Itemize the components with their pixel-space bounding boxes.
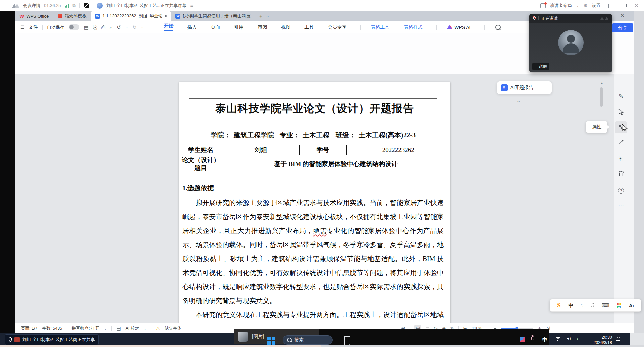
save-icon[interactable]: ▤ xyxy=(84,24,89,30)
mouse-cursor xyxy=(621,124,628,133)
ime-toolbar[interactable]: S 中 °, ⌨ Ai xyxy=(550,299,641,312)
meeting-top-bar: 会议详情 01:36:25 ⧉ 刘炟-全日制本科-装配工艺...正在共享屏幕 ☰… xyxy=(0,0,644,11)
ai-proposal-report-button[interactable]: AI开题报告 xyxy=(497,81,552,94)
ime-mic-icon[interactable] xyxy=(591,303,594,308)
speaker-layout-button[interactable]: 演讲者布局 xyxy=(550,3,572,9)
tab-docer-templates[interactable]: 稻壳AI模板 xyxy=(53,11,91,21)
scroll-up-icon[interactable]: ▲ xyxy=(600,81,603,85)
menu-tab-insert[interactable]: 插入 xyxy=(187,24,197,30)
menu-tab-table-tools[interactable]: 表格工具 xyxy=(371,24,389,30)
start-button[interactable] xyxy=(267,337,275,345)
ime-colorful-icon[interactable] xyxy=(617,303,621,308)
ime-lang-mode[interactable]: 中 xyxy=(568,302,573,309)
menu-tab-member[interactable]: 会员专享 xyxy=(328,24,346,30)
export-icon[interactable]: ⎘ xyxy=(93,24,97,30)
tab-current-document[interactable]: W 1.1.12022223262_刘炟_毕业论 xyxy=(91,11,171,21)
paragraph-1: 拟开展研究的来源主要源于区域产业需求与技术应用实践。当前，智能家居产业快速崛起，… xyxy=(182,196,444,308)
docer-icon xyxy=(58,14,62,18)
missing-font-warning[interactable]: 缺失字体 xyxy=(165,326,181,331)
ai-proof-button[interactable]: AI 校对 xyxy=(126,326,139,331)
rail-minimize-icon[interactable]: — xyxy=(617,79,625,86)
document-canvas[interactable]: 泰山科技学院毕业论文（设计）开题报告 学院：建筑工程学院 专业：土木工程 班级：… xyxy=(15,74,634,323)
hamburger-icon[interactable]: ☰ xyxy=(20,25,24,30)
signal-strength-icon xyxy=(65,4,69,8)
participant-avatar xyxy=(558,30,584,55)
minimize-button[interactable]: — xyxy=(618,3,622,8)
search-icon[interactable] xyxy=(495,25,501,30)
tab-readonly-manual[interactable]: W [只读]学生简易使用手册（泰山科技 xyxy=(171,11,255,21)
settings-gear-icon[interactable]: ⚙ xyxy=(584,3,588,8)
properties-tooltip: 属性 xyxy=(586,121,607,133)
menu-tab-tools[interactable]: 工具 xyxy=(304,24,314,30)
menu-tab-reference[interactable]: 引用 xyxy=(234,24,244,30)
meeting-detail-button[interactable]: 会议详情 xyxy=(23,3,40,9)
sharer-avatar xyxy=(97,3,103,9)
document-body[interactable]: 1.选题依据 拟开展研究的来源主要源于区域产业需求与技术应用实践。当前，智能家居… xyxy=(182,182,444,323)
ime-punct-icon[interactable]: °, xyxy=(581,303,583,307)
print-icon[interactable]: ⎙ xyxy=(101,24,105,30)
menu-tab-wps-ai[interactable]: WPS AI xyxy=(447,25,470,30)
rail-pen-icon[interactable]: ✎ xyxy=(617,93,625,100)
ime-indicator[interactable]: 中 xyxy=(542,337,547,343)
sharing-status-pill[interactable]: 刘炟-全日制本科-装配工艺岗正在共享 xyxy=(5,334,99,345)
scrollbar-thumb[interactable] xyxy=(600,87,603,107)
menu-tab-page[interactable]: 页面 xyxy=(211,24,220,30)
sharing-title: 刘炟-全日制本科-装配工艺...正在共享屏幕 xyxy=(106,3,187,9)
redo-caret-icon[interactable]: ⌄ xyxy=(141,25,144,29)
share-button[interactable]: 分享 xyxy=(612,23,633,32)
popout-icon[interactable]: ⧉ xyxy=(73,3,76,8)
speaking-label: 正在讲话: xyxy=(541,16,558,21)
ime-keyboard-icon[interactable]: ⌨ xyxy=(602,302,609,309)
menu-tab-view[interactable]: 视图 xyxy=(281,24,290,30)
phone-link-icon[interactable] xyxy=(344,336,350,345)
new-tab-button[interactable]: ＋ xyxy=(258,13,263,19)
redo-icon[interactable]: ↻ xyxy=(132,24,137,30)
tray-clock[interactable]: 20:302026/3/18 xyxy=(591,335,612,345)
participant-mic-icon xyxy=(535,65,537,68)
settings-button[interactable]: 设置 xyxy=(592,3,600,9)
word-count[interactable]: 字数: 5435 xyxy=(42,326,62,331)
print-preview-icon[interactable]: ⌕ xyxy=(110,24,112,30)
rail-eco-doc-icon[interactable]: ⎗ xyxy=(617,155,625,162)
rail-more-icon[interactable]: ⋯ xyxy=(617,202,625,209)
undo-caret-icon[interactable]: ⌄ xyxy=(125,25,128,29)
file-menu[interactable]: 文件 xyxy=(29,24,38,30)
panel-collapse-chevron-icon[interactable]: ⌄ xyxy=(516,97,521,104)
ime-ai-button[interactable]: Ai xyxy=(629,303,634,308)
document-info-line: 学院：建筑工程学院 专业：土木工程 班级：土木工程(高本)22-3 xyxy=(179,131,450,140)
close-button[interactable]: ✕ xyxy=(634,3,639,9)
document-page[interactable]: 泰山科技学院毕业论文（设计）开题报告 学院：建筑工程学院 专业：土木工程 班级：… xyxy=(179,82,450,323)
bottom-edge-left xyxy=(0,345,321,347)
page-header-box xyxy=(189,88,437,99)
show-desktop-button[interactable] xyxy=(630,333,644,345)
rail-skin-icon[interactable] xyxy=(617,171,625,178)
rail-help-icon[interactable]: ? xyxy=(617,187,625,194)
meeting-video-overlay[interactable]: 正在讲话: 赵鹏 xyxy=(529,14,612,72)
autosave-toggle[interactable] xyxy=(69,24,79,30)
muted-mic-icon[interactable] xyxy=(533,16,536,21)
pill-mic-icon[interactable] xyxy=(8,337,12,342)
menu-tab-review[interactable]: 审阅 xyxy=(258,24,267,30)
tab-wps-home[interactable]: W WPS Office xyxy=(15,11,53,21)
meeting-app-logo-icon xyxy=(12,3,19,8)
menu-tab-home[interactable]: 开始 xyxy=(164,23,173,31)
rail-select-cursor-icon[interactable] xyxy=(617,109,625,116)
ime-logo[interactable]: S xyxy=(557,302,561,309)
tab-list-caret-icon[interactable]: ⌄ xyxy=(266,14,269,18)
layout-caret-icon[interactable]: ⌄ xyxy=(576,3,579,8)
undo-icon[interactable]: ↺ xyxy=(117,24,121,30)
spellcheck-status[interactable]: 拼写检查: 打开 xyxy=(72,326,99,331)
taskbar-search[interactable]: 搜索 xyxy=(283,335,333,345)
participant-name-badge: 赵鹏 xyxy=(532,63,549,70)
maximize-button[interactable] xyxy=(626,4,630,7)
wps-close-button[interactable]: ✕ xyxy=(620,12,625,19)
share-list-icon[interactable]: ☰ xyxy=(190,3,193,8)
rail-magic-wand-icon[interactable] xyxy=(617,139,625,147)
menu-tab-table-style[interactable]: 表格样式 xyxy=(404,24,422,30)
tray-app-icon[interactable] xyxy=(520,337,525,342)
table-header-student-id: 学号 xyxy=(300,145,347,155)
fullscreen-icon[interactable] xyxy=(605,4,609,8)
brand-flag-icon xyxy=(84,3,89,8)
volume-icon[interactable]: ◄) xyxy=(566,336,571,340)
document-title: 泰山科技学院毕业论文（设计）开题报告 xyxy=(179,101,450,116)
